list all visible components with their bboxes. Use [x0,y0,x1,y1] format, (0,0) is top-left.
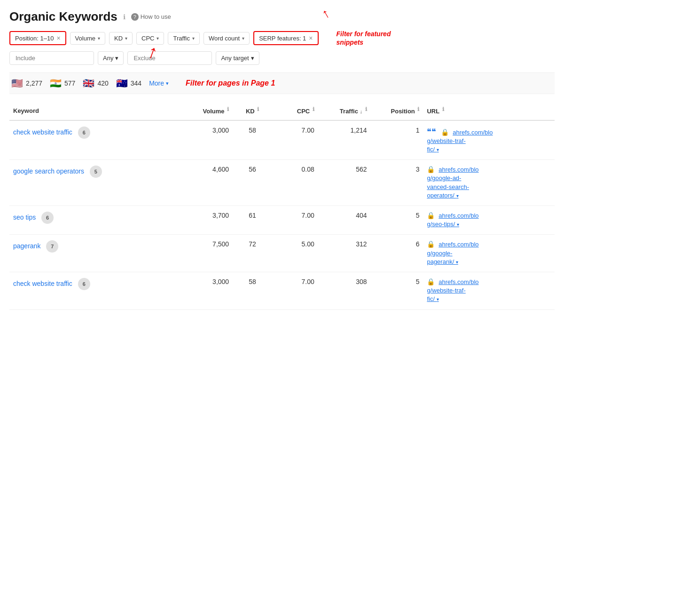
url-info-icon: ℹ [442,106,444,112]
us-flag-count: 2,277 [26,79,42,87]
position-filter-pill[interactable]: Position: 1–10 × [9,31,66,45]
cpc-cell: 0.08 [272,160,318,206]
cpc-cell: 7.00 [272,272,318,309]
position-cell: 5 [371,206,423,235]
position-cell: 5 [371,272,423,309]
keyword-cell: google search operators 5 [9,160,180,206]
kd-badge: 7 [46,240,58,253]
serp-features-filter-pill[interactable]: SERP features: 1 × [253,31,318,45]
url-cell: 🔒 ahrefs.com/blog/google-ad-vanced-searc… [423,160,555,206]
table-row: google search operators 5 4,600 56 0.08 … [9,160,555,206]
kd-cell: 58 [233,272,272,309]
url-link[interactable]: ahrefs.com/blog/website-traf-fic/ ▾ [427,129,493,153]
us-flag-emoji: 🇺🇸 [11,78,23,89]
more-button[interactable]: More ▾ [149,79,169,87]
keyword-link[interactable]: check website traffic [13,128,72,136]
col-header-position[interactable]: Position ℹ [371,102,423,120]
url-header-label: URL [427,108,439,115]
volume-filter-label: Volume [75,35,95,42]
volume-filter[interactable]: Volume ▾ [70,32,105,45]
keyword-link[interactable]: seo tips [13,213,36,221]
kd-header-label: KD [246,108,255,115]
table-header-row: Keyword Volume ℹ KD ℹ CPC ℹ Traffic ↓ [9,102,555,120]
kd-filter[interactable]: KD ▾ [109,32,133,45]
annotation-snippets-line2: snippets [337,39,364,46]
flag-item-au[interactable]: 🇦🇺 344 [116,78,141,89]
url-dropdown-caret-icon[interactable]: ▾ [437,297,439,302]
volume-cell: 3,000 [180,272,233,309]
volume-info-icon: ℹ [227,106,229,112]
page-title-info-icon: ℹ [123,13,125,21]
traffic-caret-icon: ▾ [192,36,195,41]
volume-cell: 4,600 [180,160,233,206]
flag-item-gb[interactable]: 🇬🇧 420 [83,78,108,89]
volume-caret-icon: ▾ [98,36,100,41]
url-dropdown-caret-icon[interactable]: ▾ [456,193,459,198]
traffic-filter[interactable]: Traffic ▾ [168,32,199,45]
keywords-table: Keyword Volume ℹ KD ℹ CPC ℹ Traffic ↓ [9,102,555,309]
kd-cell: 58 [233,120,272,160]
annotation-snippets: Filter for featured snippets ↑ [337,30,391,47]
serp-features-filter-close[interactable]: × [309,34,313,42]
exclude-input[interactable] [127,51,212,65]
traffic-cell: 562 [318,160,371,206]
lock-icon: 🔒 [427,278,435,285]
keyword-link[interactable]: pagerank [13,242,40,250]
cpc-caret-icon: ▾ [157,36,159,41]
kd-cell: 61 [233,206,272,235]
more-label: More [149,79,164,87]
kd-badge: 5 [90,166,102,178]
word-count-caret-icon: ▾ [242,36,244,41]
traffic-sort-arrow: ↓ [360,109,363,115]
table-row: seo tips 6 3,700 61 7.00 404 5 🔒 ahrefs.… [9,206,555,235]
url-dropdown-caret-icon[interactable]: ▾ [456,260,458,265]
position-cell: 3 [371,160,423,206]
table-row: check website traffic 6 3,000 58 7.00 30… [9,272,555,309]
quote-icon: ❝❝ [427,127,436,136]
cpc-cell: 7.00 [272,120,318,160]
any-dropdown[interactable]: Any ▾ [98,51,124,65]
flags-row: 🇺🇸 2,277 🇮🇳 577 🇬🇧 420 🇦🇺 344 More ▾ ↑ F… [9,72,555,94]
include-exclude-row: Any ▾ Any target ▾ [9,51,555,65]
col-header-traffic[interactable]: Traffic ↓ ℹ [318,102,371,120]
traffic-cell: 308 [318,272,371,309]
col-header-kd[interactable]: KD ℹ [233,102,272,120]
au-flag-emoji: 🇦🇺 [116,78,128,89]
gb-flag-count: 420 [97,79,108,87]
keyword-link[interactable]: google search operators [13,167,84,175]
how-to-use-label: How to use [141,13,171,20]
flag-item-us[interactable]: 🇺🇸 2,277 [11,78,42,89]
position-cell: 1 [371,120,423,160]
kd-cell: 56 [233,160,272,206]
cpc-filter[interactable]: CPC ▾ [136,32,164,45]
traffic-cell: 312 [318,235,371,272]
gb-flag-emoji: 🇬🇧 [83,78,94,89]
flag-item-in[interactable]: 🇮🇳 577 [50,78,75,89]
any-target-dropdown[interactable]: Any target ▾ [216,51,259,65]
question-icon: ? [131,13,139,21]
kd-caret-icon: ▾ [125,36,127,41]
url-dropdown-caret-icon[interactable]: ▾ [437,147,439,152]
traffic-cell: 404 [318,206,371,235]
kd-info-icon: ℹ [257,106,259,112]
cpc-header-label: CPC [297,108,310,115]
keyword-link[interactable]: check website traffic [13,280,72,287]
include-input[interactable] [9,51,94,65]
au-flag-count: 344 [131,79,141,87]
volume-cell: 3,700 [180,206,233,235]
any-caret-icon: ▾ [115,55,118,62]
position-filter-close[interactable]: × [56,34,60,42]
url-cell: ❝❝ 🔒 ahrefs.com/blog/website-traf-fic/ ▾ [423,120,555,160]
col-header-volume[interactable]: Volume ℹ [180,102,233,120]
lock-icon: 🔒 [427,212,435,219]
in-flag-count: 577 [64,79,75,87]
how-to-use-link[interactable]: ? How to use [131,13,171,21]
table-row: pagerank 7 7,500 72 5.00 312 6 🔒 ahrefs.… [9,235,555,272]
cpc-info-icon: ℹ [313,106,314,112]
col-header-keyword: Keyword [9,102,180,120]
keyword-cell: pagerank 7 [9,235,180,272]
col-header-cpc[interactable]: CPC ℹ [272,102,318,120]
in-flag-emoji: 🇮🇳 [50,78,62,89]
word-count-filter[interactable]: Word count ▾ [204,32,250,45]
url-dropdown-caret-icon[interactable]: ▾ [457,222,459,227]
